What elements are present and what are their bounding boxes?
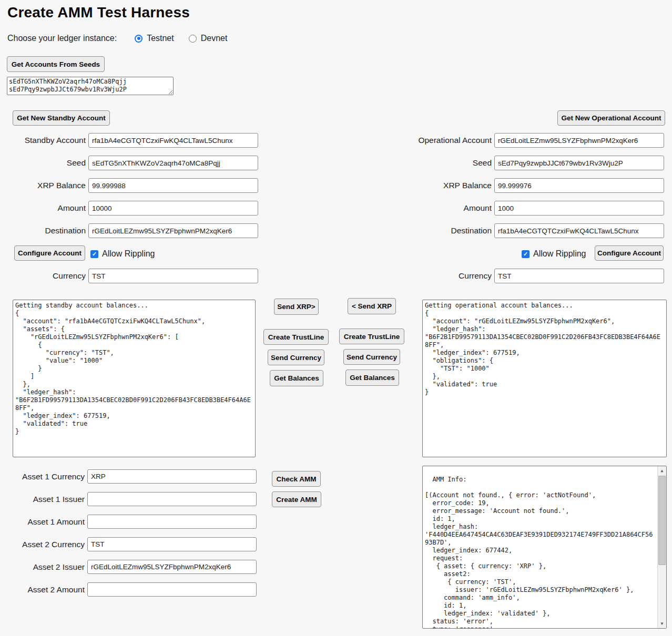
operational-send-currency-button[interactable]: Send Currency [343,349,400,365]
devnet-radio[interactable] [189,35,197,43]
standby-xrp-balance-field[interactable] [88,178,258,193]
asset2-currency-label: Asset 2 Currency [0,540,87,549]
operational-currency-label: Currency [406,271,494,281]
standby-currency-label: Currency [0,271,88,281]
send-xrp-to-operational-button[interactable]: Send XRP> [274,299,319,315]
standby-results-box[interactable]: Getting standby account balances... { "a… [13,300,256,457]
get-accounts-from-seeds-button[interactable]: Get Accounts From Seeds [7,56,105,72]
standby-send-currency-button[interactable]: Send Currency [268,350,324,365]
asset1-currency-field[interactable] [87,469,257,484]
standby-seed-field[interactable] [88,156,258,170]
standby-create-trustline-button[interactable]: Create TrustLine [263,329,329,345]
asset2-issuer-label: Asset 2 Issuer [0,562,87,572]
scrollbar-thumb[interactable] [658,476,666,565]
asset1-amount-field[interactable] [87,515,257,529]
testnet-radio-label[interactable]: Testnet [147,34,174,43]
operational-xrp-balance-field[interactable] [494,178,664,193]
operational-account-field[interactable] [494,133,664,148]
operational-destination-label: Destination [406,226,494,235]
amm-info-box[interactable]: AMM Info: [(Account not found., { error:… [422,466,667,629]
asset1-issuer-label: Asset 1 Issuer [0,495,87,504]
check-amm-button[interactable]: Check AMM [272,471,321,487]
asset1-issuer-field[interactable] [87,492,257,506]
scroll-down-icon[interactable]: ▼ [658,619,666,628]
standby-configure-account-button[interactable]: Configure Account [14,245,85,261]
asset2-amount-field[interactable] [87,582,257,597]
standby-amount-label: Amount [0,203,88,213]
operational-configure-account-button[interactable]: Configure Account [595,245,664,261]
standby-amount-field[interactable] [88,201,258,216]
standby-destination-field[interactable] [88,223,258,238]
get-new-operational-account-button[interactable]: Get New Operational Account [557,110,665,126]
operational-amount-field[interactable] [494,201,664,216]
standby-account-field[interactable] [88,133,258,148]
check-icon: ✓ [92,251,97,257]
standby-seed-label: Seed [0,158,88,168]
operational-results-box[interactable]: Getting operational account balances... … [422,300,667,457]
operational-account-label: Operational Account [406,136,494,145]
operational-get-balances-button[interactable]: Get Balances [345,370,399,386]
amm-info-text: AMM Info: [(Account not found., { error:… [425,476,653,629]
amm-info-scrollbar[interactable]: ▲ ▼ [657,466,666,628]
asset2-issuer-field[interactable] [87,560,257,574]
standby-destination-label: Destination [0,226,88,235]
scroll-up-icon[interactable]: ▲ [658,466,666,475]
standby-xrp-balance-label: XRP Balance [0,181,88,190]
operational-seed-field[interactable] [494,156,664,170]
testnet-radio[interactable] [135,35,142,43]
operational-seed-label: Seed [406,158,494,168]
operational-allow-rippling-checkbox[interactable]: ✓ [522,250,530,258]
page-title: Create AMM Test Harness [7,4,190,21]
asset1-amount-label: Asset 1 Amount [0,517,87,527]
asset1-currency-label: Asset 1 Currency [0,472,87,481]
standby-currency-field[interactable] [88,269,258,283]
devnet-radio-label[interactable]: Devnet [201,34,228,43]
asset2-currency-field[interactable] [87,537,257,551]
standby-allow-rippling-checkbox[interactable]: ✓ [90,250,98,258]
operational-xrp-balance-label: XRP Balance [406,181,494,190]
ledger-instance-label: Choose your ledger instance: [7,34,117,43]
operational-destination-field[interactable] [494,223,664,238]
operational-amount-label: Amount [406,203,494,213]
check-icon: ✓ [523,251,528,257]
standby-account-label: Standby Account [0,136,88,145]
standby-get-balances-button[interactable]: Get Balances [270,370,323,386]
asset2-amount-label: Asset 2 Amount [0,585,87,594]
operational-allow-rippling-label: Allow Rippling [533,249,586,259]
operational-create-trustline-button[interactable]: Create TrustLine [339,329,404,344]
seeds-textarea[interactable]: sEdTG5nXThKWZoV2aqrh47oMCa8Pqjj sEd7Pqy9… [7,77,174,95]
operational-currency-field[interactable] [494,269,664,283]
standby-allow-rippling-label: Allow Rippling [102,249,155,259]
get-new-standby-account-button[interactable]: Get New Standby Account [13,110,110,126]
create-amm-button[interactable]: Create AMM [272,491,321,507]
send-xrp-to-standby-button[interactable]: < Send XRP [348,298,396,314]
